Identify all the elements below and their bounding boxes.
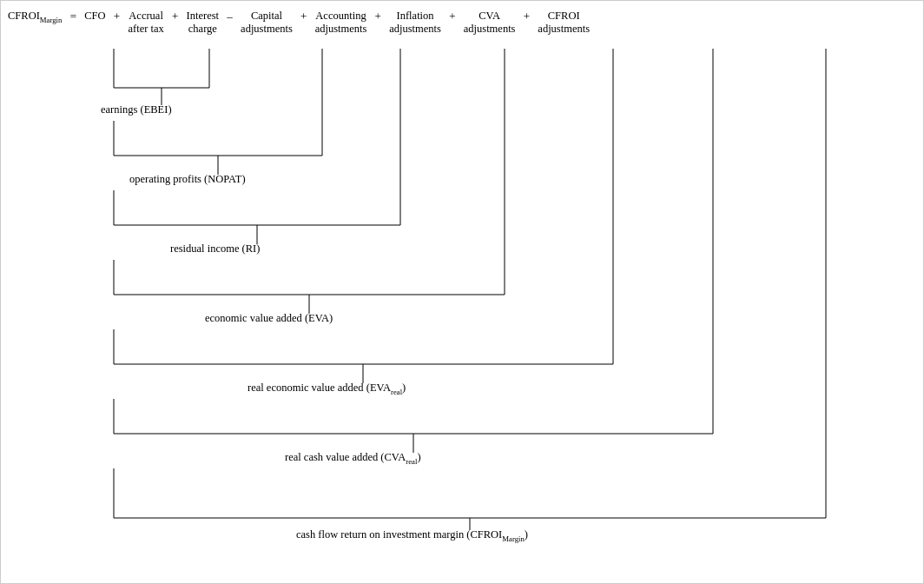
op-3: – [222, 10, 237, 23]
term-accounting: Accountingadjustments [315, 10, 367, 36]
term-cfroi: CFROIadjustments [538, 10, 590, 36]
label-earnings: earnings (EBEI) [101, 103, 172, 116]
bracket-lines [1, 1, 924, 584]
op-6: + [445, 10, 460, 23]
term-capital: Capitaladjustments [241, 10, 293, 36]
term-cva: CVAadjustments [464, 10, 516, 36]
label-eva-real: real economic value added (EVAreal) [248, 382, 406, 396]
op-1: + [109, 10, 125, 23]
label-cva-real: real cash value added (CVAreal) [285, 451, 421, 466]
formula-lhs: CFROIMargin [8, 10, 62, 24]
equals-sign: = [65, 10, 81, 23]
label-nopat: operating profits (NOPAT) [129, 173, 246, 186]
term-cfo: CFO [84, 10, 105, 23]
term-interest: Interestcharge [187, 10, 219, 36]
label-cfroi-margin: cash flow return on investment margin (C… [296, 528, 528, 543]
op-5: + [370, 10, 386, 23]
term-accrual: Accrualafter tax [128, 10, 163, 36]
op-4: + [296, 10, 312, 23]
op-2: + [168, 10, 183, 23]
op-7: + [518, 10, 534, 23]
label-ri: residual income (RI) [170, 242, 260, 256]
formula-row: CFROIMargin = CFO + Accrualafter tax + I… [8, 10, 590, 36]
term-inflation: Inflationadjustments [389, 10, 441, 36]
diagram-container: CFROIMargin = CFO + Accrualafter tax + I… [0, 0, 924, 584]
label-eva: economic value added (EVA) [205, 312, 333, 325]
